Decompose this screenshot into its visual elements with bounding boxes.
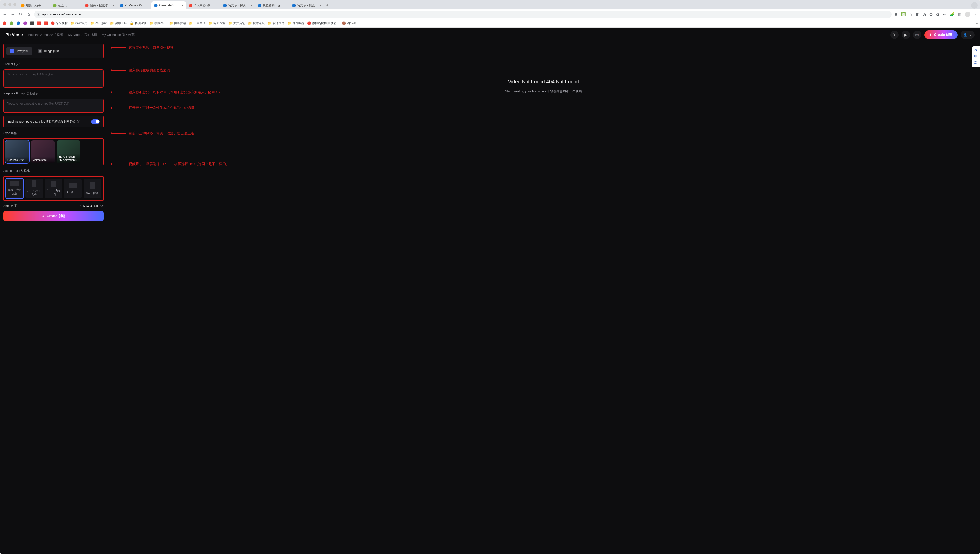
reload-button[interactable]: ⟳ (18, 11, 23, 17)
close-icon[interactable]: × (147, 4, 149, 7)
url-input[interactable]: ⓘ app.pixverse.ai/create/video (34, 11, 891, 18)
side-widget-item[interactable]: 中 (974, 54, 978, 59)
close-icon[interactable]: × (285, 4, 287, 7)
bookmark-item[interactable]: 🟣 (23, 21, 27, 26)
refresh-icon[interactable]: ⟳ (100, 204, 103, 208)
close-icon[interactable]: × (320, 4, 321, 7)
site-info-icon[interactable]: ⓘ (37, 12, 40, 16)
bookmark-folder[interactable]: 📁我の常用 (70, 21, 87, 26)
bookmark-overflow[interactable]: » (976, 22, 978, 25)
prompt-box (3, 69, 103, 88)
nav-my-videos[interactable]: My Videos 我的视频 (68, 33, 97, 37)
bookmark-item[interactable]: 🔴微博热搜榜|百度热... (307, 21, 339, 26)
aspect-3-4[interactable]: 3:4 三比四 (84, 179, 101, 198)
close-icon[interactable]: × (181, 4, 183, 7)
mode-text-button[interactable]: T Text 文本 (6, 47, 32, 55)
x-icon[interactable]: 𝕏 (890, 30, 899, 39)
extension-icon[interactable]: ◔ (923, 12, 926, 16)
info-icon[interactable]: i (77, 120, 80, 123)
forward-button[interactable]: → (10, 12, 15, 17)
bookmark-folder[interactable]: 📁软件插件 (268, 21, 285, 26)
bookmark-item[interactable]: 🟢 (10, 21, 13, 26)
bookmark-item[interactable]: 🟤油小猴 (342, 21, 356, 26)
seed-value[interactable]: 1077464260 (19, 204, 98, 208)
bookmark-folder[interactable]: 📁关注店铺 (228, 21, 245, 26)
browser-tab[interactable]: 🔴箭头 - 搜索结果 - 花瓣× (82, 2, 117, 10)
negative-prompt-input[interactable] (6, 102, 100, 109)
extension-icon[interactable]: ⋯ (943, 12, 947, 16)
browser-tab[interactable]: 🔵写文章 - 视觉营销｜探...× (290, 2, 324, 10)
bookmark-folder[interactable]: 📁日常生活 (189, 21, 205, 26)
browser-tab[interactable]: 🔵写文章 ‹ 探火视材-月...× (220, 2, 255, 10)
password-icon[interactable]: ⊖ (894, 12, 898, 16)
side-widget[interactable]: ◔ 中 双 (972, 46, 980, 67)
window-controls[interactable] (2, 3, 18, 6)
nav-popular[interactable]: Popular Videos 热门视频 (28, 33, 64, 37)
close-icon[interactable]: × (46, 4, 48, 7)
close-icon[interactable]: × (78, 4, 80, 7)
bookmark-item[interactable]: 🔵 (16, 21, 20, 26)
style-card-realistic[interactable]: Realistic 现实 (5, 140, 29, 163)
browser-tab[interactable]: 🟢公众号× (50, 2, 82, 10)
browser-tab[interactable]: 🟠视频号助手× (18, 2, 50, 10)
aspect-1-1[interactable]: 1:1 1：1的比例 (45, 179, 62, 198)
tab-favicon: 🔵 (257, 3, 261, 7)
bookmark-folder[interactable]: 📁网络营销 (169, 21, 186, 26)
tabs-overflow-button[interactable]: ⌄ (971, 2, 978, 9)
bookmark-item[interactable]: ⬛ (30, 21, 34, 26)
dual-clips-toggle[interactable] (91, 120, 100, 124)
browser-tab-active[interactable]: 🔵Generate Videos× (151, 2, 186, 10)
extension-icon[interactable]: ◒ (929, 12, 933, 16)
address-bar: ← → ⟳ ⌂ ⓘ app.pixverse.ai/create/video ⊖… (0, 10, 980, 19)
browser-tab[interactable]: 🔵视觉营销｜探火TanH...× (255, 2, 290, 10)
mode-image-button[interactable]: ▦ Image 图像 (34, 47, 63, 55)
extension-icon[interactable]: ◧ (916, 12, 920, 16)
close-icon[interactable]: × (112, 4, 115, 7)
bookmark-item[interactable]: 🔴探火视材 (51, 21, 68, 26)
extension-icon[interactable]: ◕ (936, 12, 939, 16)
back-button[interactable]: ← (2, 12, 7, 17)
youtube-icon[interactable]: ▶ (902, 30, 910, 39)
bookmark-bar: 🔴 🟢 🔵 🟣 ⬛ 🟥 🟥 🔴探火视材 📁我の常用 📁设计素材 📁实用工具 🔓解… (0, 19, 980, 28)
empty-subtitle: Start creating your first video 开始创建您的第一… (505, 89, 582, 94)
bookmark-folder[interactable]: 📁字体设计 (150, 21, 166, 26)
bookmark-folder[interactable]: 📁设计素材 (90, 21, 107, 26)
discord-icon[interactable]: 🎮 (913, 30, 921, 39)
aspect-16-9[interactable]: 16:9 十六点九分 (6, 179, 24, 198)
bookmark-item[interactable]: 🟥 (37, 21, 41, 26)
translate-icon[interactable]: 🈯 (901, 12, 906, 16)
brand-logo[interactable]: PixVerse (5, 32, 23, 37)
home-button[interactable]: ⌂ (26, 12, 31, 17)
generate-button[interactable]: ✦ Create 创建 (3, 211, 103, 221)
avatar[interactable] (965, 11, 970, 17)
prompt-input[interactable] (6, 72, 100, 83)
bookmark-icon[interactable]: ☆ (909, 12, 912, 16)
bookmark-folder[interactable]: 📁电影资源 (208, 21, 225, 26)
new-tab-button[interactable]: + (324, 3, 331, 8)
aspect-label: 4:3 四比三 (67, 190, 79, 194)
style-card-3d[interactable]: 3D Animation 3D Animation的 (57, 140, 80, 163)
create-button[interactable]: ✦ Create 创建 (924, 30, 958, 39)
page-root: PixVerse Popular Videos 热门视频 My Videos 我… (0, 28, 980, 554)
close-icon[interactable]: × (216, 4, 218, 7)
bookmark-folder[interactable]: 📁网页神器 (287, 21, 304, 26)
browser-tab[interactable]: 🔴个人中心_探火视材-月...× (186, 2, 220, 10)
nav-my-collection[interactable]: My Collection 我的收藏 (102, 33, 135, 37)
browser-tab[interactable]: 🔵PixVerse - Create br...× (117, 2, 151, 10)
style-card-anime[interactable]: Anime 动漫 (31, 140, 55, 163)
dual-clips-row: Inspiring prompt to dual clips 将提示符添加到双剪… (3, 116, 103, 127)
aspect-4-3[interactable]: 4:3 四比三 (64, 179, 81, 198)
bookmark-item[interactable]: 🔴 (2, 21, 6, 26)
user-menu[interactable]: 👤 ⌄ (961, 30, 975, 39)
kebab-icon[interactable]: ⋮ (974, 12, 978, 16)
bookmark-item[interactable]: 🟥 (44, 21, 48, 26)
text-icon: T (10, 49, 14, 53)
close-icon[interactable]: × (250, 4, 252, 7)
side-widget-item[interactable]: 双 (974, 61, 978, 65)
bookmark-folder[interactable]: 📁实用工具 (110, 21, 127, 26)
bookmark-folder[interactable]: 📁技术论坛 (248, 21, 265, 26)
extensions-button[interactable]: 🧩 (950, 12, 955, 16)
sidepanel-button[interactable]: ▥ (958, 12, 961, 16)
bookmark-item[interactable]: 🔓解锁限制 (130, 21, 146, 26)
aspect-9-16[interactable]: 9:16 九点十六分 (25, 179, 43, 198)
